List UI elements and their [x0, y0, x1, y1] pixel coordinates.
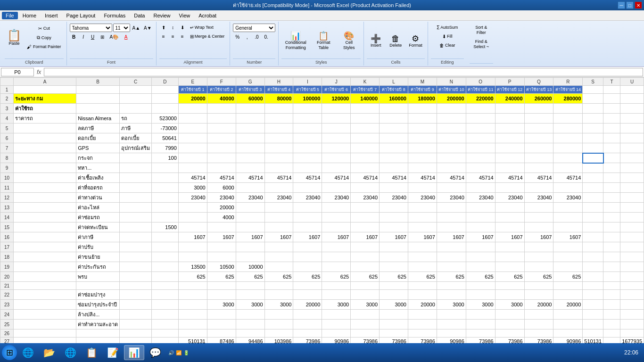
cell[interactable]: [408, 163, 437, 173]
cell[interactable]: [524, 203, 553, 213]
cell[interactable]: [408, 123, 437, 133]
align-center-btn[interactable]: ≡: [169, 33, 177, 41]
cell[interactable]: [524, 320, 553, 329]
cell[interactable]: 13500: [178, 262, 207, 272]
cell[interactable]: [466, 153, 495, 163]
cell[interactable]: 45714: [553, 173, 583, 183]
cell[interactable]: ค่าใช้จ่ายปี 7: [351, 86, 380, 94]
cell[interactable]: 3000: [437, 300, 466, 310]
taskbar-app-7[interactable]: 💬: [145, 345, 165, 360]
cell[interactable]: [178, 163, 207, 173]
cell[interactable]: [408, 282, 437, 290]
cell[interactable]: ค่าใช้จ่ายปี 5: [293, 86, 322, 94]
cell[interactable]: 23040: [553, 193, 583, 203]
cell[interactable]: [603, 232, 620, 242]
col-S[interactable]: S: [583, 78, 603, 86]
cell[interactable]: [437, 290, 466, 300]
cell[interactable]: 1607: [178, 232, 207, 242]
cell[interactable]: [293, 290, 322, 300]
cell[interactable]: [207, 329, 236, 337]
cell[interactable]: [351, 320, 380, 329]
cell[interactable]: [620, 143, 644, 153]
cell[interactable]: [380, 183, 408, 193]
cell[interactable]: [322, 123, 351, 133]
cell[interactable]: [14, 320, 76, 329]
cell[interactable]: [322, 183, 351, 193]
cell[interactable]: [351, 310, 380, 320]
cell[interactable]: [351, 262, 380, 272]
cell[interactable]: [620, 183, 644, 193]
cell[interactable]: [620, 193, 644, 203]
cell[interactable]: [620, 290, 644, 300]
cell[interactable]: [380, 213, 408, 222]
cell[interactable]: [380, 123, 408, 133]
cell[interactable]: [495, 153, 524, 163]
cell[interactable]: [120, 262, 152, 272]
cell[interactable]: 625: [207, 272, 236, 282]
cell[interactable]: [495, 222, 524, 232]
cell[interactable]: [264, 242, 293, 252]
cell[interactable]: [207, 114, 236, 123]
cell[interactable]: [437, 153, 466, 163]
border-btn[interactable]: ⊞: [98, 33, 107, 41]
merge-center-btn[interactable]: ⊞ Merge & Center: [188, 33, 227, 41]
fill-btn[interactable]: ⬇ Fill: [431, 33, 464, 41]
cell[interactable]: [583, 193, 603, 203]
cell[interactable]: [351, 282, 380, 290]
cut-button[interactable]: ✂ Cut: [25, 25, 64, 33]
cell[interactable]: ราคารถ: [14, 114, 76, 123]
cell[interactable]: [351, 133, 380, 143]
cell[interactable]: [524, 290, 553, 300]
cell[interactable]: 523000: [152, 114, 179, 123]
cell[interactable]: [236, 104, 264, 114]
cell[interactable]: 20000: [524, 300, 553, 310]
cell[interactable]: [583, 163, 603, 173]
cell[interactable]: [553, 114, 583, 123]
cell[interactable]: [178, 300, 207, 310]
cell[interactable]: 20000: [408, 300, 437, 310]
cell[interactable]: [620, 203, 644, 213]
format-painter-button[interactable]: 🖌 Format Painter: [25, 43, 64, 51]
cell[interactable]: 1607: [322, 232, 351, 242]
cell[interactable]: ค่าใช้จ่ายปี 2: [207, 86, 236, 94]
cell[interactable]: [583, 153, 603, 163]
cell[interactable]: [524, 114, 553, 123]
start-button[interactable]: ⊞: [2, 345, 17, 360]
cell[interactable]: [583, 86, 603, 94]
cell[interactable]: 3000: [466, 300, 495, 310]
cell[interactable]: [351, 290, 380, 300]
cell[interactable]: ค่าใช้จ่ายปี 13: [524, 86, 553, 94]
cell[interactable]: [207, 290, 236, 300]
cell[interactable]: [553, 262, 583, 272]
italic-btn[interactable]: I: [79, 33, 88, 41]
cell[interactable]: [466, 163, 495, 173]
cell[interactable]: [620, 310, 644, 320]
cell[interactable]: [524, 183, 553, 193]
cell[interactable]: ค่าใช้จ่ายปี 14: [553, 86, 583, 94]
cell[interactable]: [178, 290, 207, 300]
cell[interactable]: [152, 203, 179, 213]
cell[interactable]: [620, 262, 644, 272]
cell[interactable]: ค่าประกันรถ: [76, 262, 120, 272]
cell[interactable]: [14, 183, 76, 193]
cell[interactable]: [553, 183, 583, 193]
decrease-decimal-btn[interactable]: 0.: [262, 33, 270, 41]
cell[interactable]: 3000: [322, 300, 351, 310]
cell[interactable]: 45714: [495, 173, 524, 183]
cell[interactable]: ค่าใช้จ่ายปี 12: [495, 86, 524, 94]
cell[interactable]: [14, 262, 76, 272]
cell[interactable]: [524, 123, 553, 133]
cell[interactable]: ทหา...: [76, 163, 120, 173]
col-D[interactable]: D: [152, 78, 179, 86]
cell[interactable]: [264, 163, 293, 173]
cell[interactable]: ค่าซ่อมรถ: [76, 213, 120, 222]
cell[interactable]: [620, 173, 644, 183]
cell[interactable]: [553, 123, 583, 133]
cell[interactable]: [236, 242, 264, 252]
cell[interactable]: [178, 310, 207, 320]
cell[interactable]: [76, 86, 120, 94]
cell[interactable]: [437, 123, 466, 133]
cell[interactable]: กระจก: [76, 153, 120, 163]
cell[interactable]: 200000: [437, 94, 466, 104]
cell[interactable]: [264, 153, 293, 163]
